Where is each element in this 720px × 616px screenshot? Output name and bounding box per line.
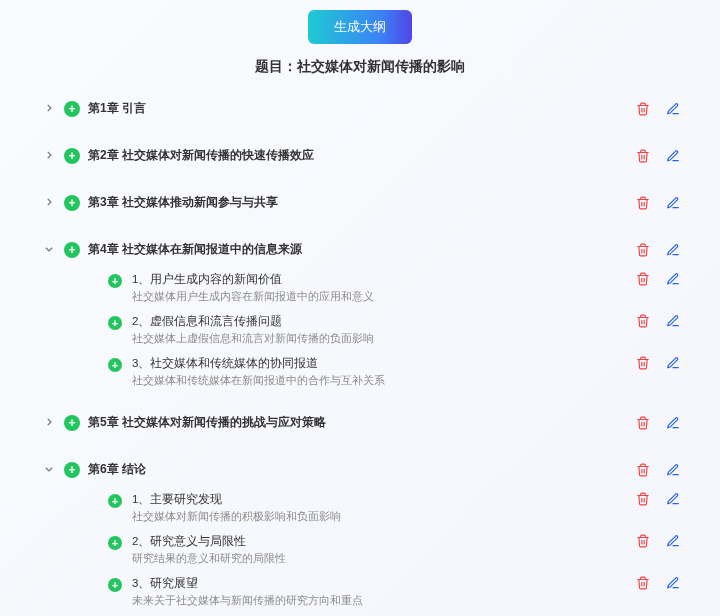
chapter-row: + 第4章 社交媒体在新闻报道中的信息来源	[40, 233, 680, 266]
add-icon[interactable]: +	[108, 578, 122, 592]
delete-icon[interactable]	[636, 463, 650, 477]
outline-list: + 第1章 引言 + 第2章 社交媒体对新闻传播的快速传播效应 + 第3章 社交…	[40, 92, 680, 616]
chevron-right-icon[interactable]	[40, 196, 58, 210]
edit-icon[interactable]	[666, 576, 680, 590]
chevron-right-icon[interactable]	[40, 416, 58, 430]
chapter-label[interactable]: 第4章 社交媒体在新闻报道中的信息来源	[88, 241, 302, 258]
chevron-right-icon[interactable]	[40, 149, 58, 163]
add-icon[interactable]: +	[64, 462, 80, 478]
subsection-row: + 2、研究意义与局限性 研究结果的意义和研究的局限性	[40, 528, 680, 570]
add-icon[interactable]: +	[108, 316, 122, 330]
subsection-desc: 社交媒体和传统媒体在新闻报道中的合作与互补关系	[132, 373, 626, 388]
add-icon[interactable]: +	[108, 536, 122, 550]
add-icon[interactable]: +	[64, 195, 80, 211]
chapter-label[interactable]: 第2章 社交媒体对新闻传播的快速传播效应	[88, 147, 314, 164]
edit-icon[interactable]	[666, 196, 680, 210]
add-icon[interactable]: +	[108, 358, 122, 372]
subsection-desc: 未来关于社交媒体与新闻传播的研究方向和重点	[132, 593, 626, 608]
add-icon[interactable]: +	[64, 101, 80, 117]
delete-icon[interactable]	[636, 243, 650, 257]
subsection-title[interactable]: 1、主要研究发现	[132, 492, 626, 507]
delete-icon[interactable]	[636, 356, 650, 370]
add-icon[interactable]: +	[108, 494, 122, 508]
add-icon[interactable]: +	[108, 274, 122, 288]
delete-icon[interactable]	[636, 149, 650, 163]
add-icon[interactable]: +	[64, 148, 80, 164]
chapter-label[interactable]: 第6章 结论	[88, 461, 146, 478]
chapter-row: + 第6章 结论	[40, 453, 680, 486]
delete-icon[interactable]	[636, 102, 650, 116]
title-text: 社交媒体对新闻传播的影响	[297, 58, 465, 74]
add-icon[interactable]: +	[64, 242, 80, 258]
chapter-label[interactable]: 第1章 引言	[88, 100, 146, 117]
subsection-title[interactable]: 3、社交媒体和传统媒体的协同报道	[132, 356, 626, 371]
edit-icon[interactable]	[666, 102, 680, 116]
chapter-label[interactable]: 第5章 社交媒体对新闻传播的挑战与应对策略	[88, 414, 326, 431]
delete-icon[interactable]	[636, 534, 650, 548]
chevron-right-icon[interactable]	[40, 102, 58, 116]
subsection-row: + 1、主要研究发现 社交媒体对新闻传播的积极影响和负面影响	[40, 486, 680, 528]
subsection-desc: 研究结果的意义和研究的局限性	[132, 551, 626, 566]
document-title: 题目：社交媒体对新闻传播的影响	[40, 58, 680, 76]
subsection-title[interactable]: 2、研究意义与局限性	[132, 534, 626, 549]
edit-icon[interactable]	[666, 272, 680, 286]
add-icon[interactable]: +	[64, 415, 80, 431]
delete-icon[interactable]	[636, 576, 650, 590]
title-prefix: 题目：	[255, 58, 297, 74]
edit-icon[interactable]	[666, 463, 680, 477]
subsection-row: + 2、虚假信息和流言传播问题 社交媒体上虚假信息和流言对新闻传播的负面影响	[40, 308, 680, 350]
edit-icon[interactable]	[666, 534, 680, 548]
subsection-row: + 1、用户生成内容的新闻价值 社交媒体用户生成内容在新闻报道中的应用和意义	[40, 266, 680, 308]
edit-icon[interactable]	[666, 243, 680, 257]
subsection-row: + 3、社交媒体和传统媒体的协同报道 社交媒体和传统媒体在新闻报道中的合作与互补…	[40, 350, 680, 392]
subsection-desc: 社交媒体用户生成内容在新闻报道中的应用和意义	[132, 289, 626, 304]
edit-icon[interactable]	[666, 149, 680, 163]
subsection-title[interactable]: 3、研究展望	[132, 576, 626, 591]
subsection-desc: 社交媒体上虚假信息和流言对新闻传播的负面影响	[132, 331, 626, 346]
subsection-desc: 社交媒体对新闻传播的积极影响和负面影响	[132, 509, 626, 524]
delete-icon[interactable]	[636, 314, 650, 328]
subsection-row: + 3、研究展望 未来关于社交媒体与新闻传播的研究方向和重点	[40, 570, 680, 612]
delete-icon[interactable]	[636, 492, 650, 506]
edit-icon[interactable]	[666, 356, 680, 370]
chapter-row: + 第1章 引言	[40, 92, 680, 125]
chapter-label[interactable]: 第3章 社交媒体推动新闻参与与共享	[88, 194, 278, 211]
generate-outline-button[interactable]: 生成大纲	[308, 10, 412, 44]
delete-icon[interactable]	[636, 272, 650, 286]
edit-icon[interactable]	[666, 314, 680, 328]
chevron-down-icon[interactable]	[40, 243, 58, 257]
edit-icon[interactable]	[666, 416, 680, 430]
subsection-title[interactable]: 2、虚假信息和流言传播问题	[132, 314, 626, 329]
subsection-title[interactable]: 1、用户生成内容的新闻价值	[132, 272, 626, 287]
delete-icon[interactable]	[636, 196, 650, 210]
chapter-row: + 第2章 社交媒体对新闻传播的快速传播效应	[40, 139, 680, 172]
chapter-row: + 第5章 社交媒体对新闻传播的挑战与应对策略	[40, 406, 680, 439]
chapter-row: + 第3章 社交媒体推动新闻参与与共享	[40, 186, 680, 219]
edit-icon[interactable]	[666, 492, 680, 506]
chevron-down-icon[interactable]	[40, 463, 58, 477]
delete-icon[interactable]	[636, 416, 650, 430]
